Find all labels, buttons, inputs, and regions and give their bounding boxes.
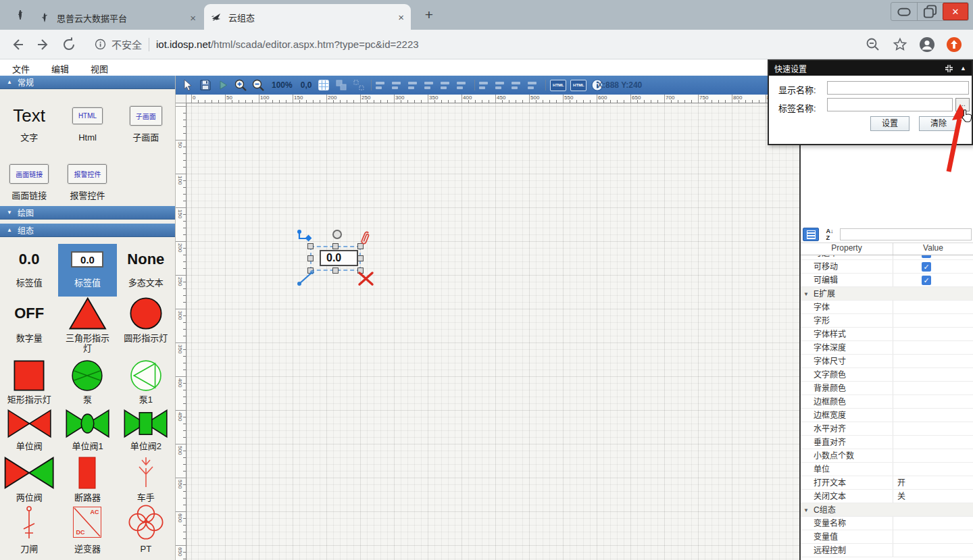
align-center-icon[interactable]	[392, 80, 403, 91]
scada-item-圆形指示灯[interactable]: 圆形指示灯	[117, 297, 175, 359]
checkbox-checked-icon[interactable]: ✓	[922, 276, 931, 285]
resize-handle[interactable]	[332, 243, 339, 249]
property-row-字体深度[interactable]: 字体深度	[801, 341, 973, 355]
back-icon[interactable]	[9, 36, 26, 53]
set-button[interactable]: 设置	[870, 116, 909, 131]
palette-item-文字[interactable]: Text文字	[0, 101, 58, 159]
browse-tags-button[interactable]: ...	[955, 98, 970, 111]
property-filter-box[interactable]	[840, 228, 972, 240]
checkbox-checked-icon[interactable]: ✓	[922, 262, 931, 272]
property-row-单位[interactable]: 单位	[801, 463, 973, 476]
resize-handle[interactable]	[307, 255, 314, 261]
zoom-out-page-icon[interactable]	[865, 36, 881, 53]
property-row-字体[interactable]: 字体	[801, 301, 973, 314]
align-left-icon[interactable]	[376, 80, 386, 91]
resize-handle[interactable]	[357, 255, 364, 261]
scada-item-逆变器[interactable]: ACDC逆变器	[58, 503, 116, 557]
scada-item-单位阀[interactable]: 单位阀	[0, 409, 58, 456]
html-widget-icon[interactable]: HTML	[550, 80, 566, 91]
align-top-icon[interactable]	[424, 80, 435, 91]
category-collapse-icon[interactable]: ▼	[803, 291, 809, 297]
connector-tool-icon[interactable]	[296, 228, 314, 246]
canvas-settings-icon[interactable]	[317, 78, 330, 92]
scada-item-车手[interactable]: 车手	[117, 456, 175, 503]
scada-item-单位阀2[interactable]: 单位阀2	[117, 409, 175, 456]
scada-item-矩形指示灯[interactable]: 矩形指示灯	[0, 359, 58, 409]
browser-menu-icon[interactable]	[15, 9, 26, 20]
address-bar[interactable]: 不安全 iot.idosp.net/html/scada/editor.aspx…	[95, 37, 419, 51]
property-row-边框宽度[interactable]: 边框宽度	[801, 409, 973, 422]
checkbox-checked-icon[interactable]: ✓	[922, 255, 931, 258]
scada-item-数字量[interactable]: OFF数字量	[0, 297, 58, 359]
zoom-out-icon[interactable]	[251, 78, 265, 92]
clear-button[interactable]: 清除	[919, 116, 958, 131]
bookmark-star-icon[interactable]	[892, 36, 908, 53]
tab-close-icon[interactable]: ×	[190, 12, 196, 24]
collapse-panel-icon[interactable]: ▲	[960, 65, 966, 72]
scada-item-断路器[interactable]: 断路器	[58, 456, 116, 503]
same-height-icon[interactable]	[528, 80, 539, 91]
section-header-scada[interactable]: ▲ 组态	[0, 224, 175, 237]
cursor-icon[interactable]	[181, 78, 195, 92]
minimize-button[interactable]	[891, 3, 917, 20]
property-row-边框颜色[interactable]: 边框颜色	[801, 395, 973, 409]
reload-icon[interactable]	[61, 36, 77, 53]
property-row-文字颜色[interactable]: 文字颜色	[801, 368, 973, 382]
delete-x-icon[interactable]	[357, 271, 374, 286]
scada-item-PT[interactable]: PT	[117, 503, 175, 557]
site-info-icon[interactable]	[95, 39, 106, 50]
display-name-input[interactable]	[827, 81, 969, 95]
property-row-可移动[interactable]: 可移动✓	[801, 260, 973, 274]
property-row-字形[interactable]: 字形	[801, 314, 973, 328]
menu-item-文件[interactable]: 文件	[12, 59, 39, 76]
scada-item-三角形指示灯[interactable]: 三角形指示灯	[58, 297, 116, 359]
property-row-小数点个数[interactable]: 小数点个数	[801, 449, 973, 463]
tab-close-icon[interactable]: ×	[398, 11, 404, 23]
scada-item-单位阀1[interactable]: 单位阀1	[58, 409, 116, 456]
scada-item-标签值[interactable]: 0.0标签值	[0, 244, 58, 297]
quick-settings-titlebar[interactable]: 快速设置 ▲	[769, 61, 972, 76]
property-row-水平对齐[interactable]: 水平对齐	[801, 422, 973, 436]
distribute-v-icon[interactable]	[495, 80, 506, 91]
tag-name-input[interactable]	[827, 98, 953, 111]
forward-icon[interactable]	[35, 36, 51, 53]
tab-inactive[interactable]: 思普云大数据平台×	[32, 5, 203, 30]
line-tool-icon[interactable]	[295, 268, 316, 287]
categorized-view-icon[interactable]	[803, 228, 819, 241]
zoom-in-icon[interactable]	[234, 78, 247, 92]
canvas-element-label-value[interactable]: 0.0	[320, 250, 358, 266]
property-row-可编辑[interactable]: 可编辑✓	[801, 274, 973, 287]
property-row-背景颜色[interactable]: 背景颜色	[801, 382, 973, 395]
sort-az-icon[interactable]: A↓Z	[822, 228, 837, 241]
design-canvas[interactable]	[186, 103, 799, 560]
scada-item-泵1[interactable]: 泵1	[117, 359, 175, 409]
property-row-关闭文本[interactable]: 关闭文本关	[801, 490, 973, 503]
property-row-远程控制[interactable]: 远程控制	[801, 544, 973, 557]
align-bottom-icon[interactable]	[457, 80, 468, 91]
menu-item-视图[interactable]: 视图	[91, 59, 118, 76]
scada-item-多态文本[interactable]: None多态文本	[117, 244, 175, 297]
menu-item-编辑[interactable]: 编辑	[51, 59, 78, 76]
profile-avatar[interactable]	[919, 36, 935, 53]
rotate-handle[interactable]	[332, 230, 342, 239]
scada-item-泵[interactable]: 泵	[58, 359, 116, 409]
section-header-general[interactable]: ▲ 常规	[0, 76, 175, 89]
property-category-E扩展[interactable]: ▼E扩展	[801, 287, 973, 301]
palette-item-子画面[interactable]: 子画面子画面	[117, 101, 175, 159]
property-row-可选中[interactable]: 可选中✓	[801, 255, 973, 260]
property-category-C组态[interactable]: ▼C组态	[801, 503, 973, 517]
restore-button[interactable]	[917, 3, 943, 20]
property-row-字体尺寸[interactable]: 字体尺寸	[801, 355, 973, 368]
resize-handle[interactable]	[332, 268, 339, 274]
same-width-icon[interactable]	[512, 80, 522, 91]
property-row-变量值[interactable]: 变量值	[801, 530, 973, 544]
save-icon[interactable]	[199, 78, 212, 92]
browser-update-icon[interactable]	[946, 36, 962, 53]
tab-active[interactable]: 云组态×	[204, 4, 411, 30]
dock-icon[interactable]	[945, 64, 953, 73]
new-tab-button[interactable]: +	[420, 7, 438, 24]
scada-item-两位阀[interactable]: 两位阀	[0, 456, 58, 503]
category-collapse-icon[interactable]: ▼	[803, 507, 809, 513]
close-button[interactable]: ✕	[943, 3, 968, 20]
scada-item-标签值[interactable]: 0.0标签值	[58, 244, 116, 297]
